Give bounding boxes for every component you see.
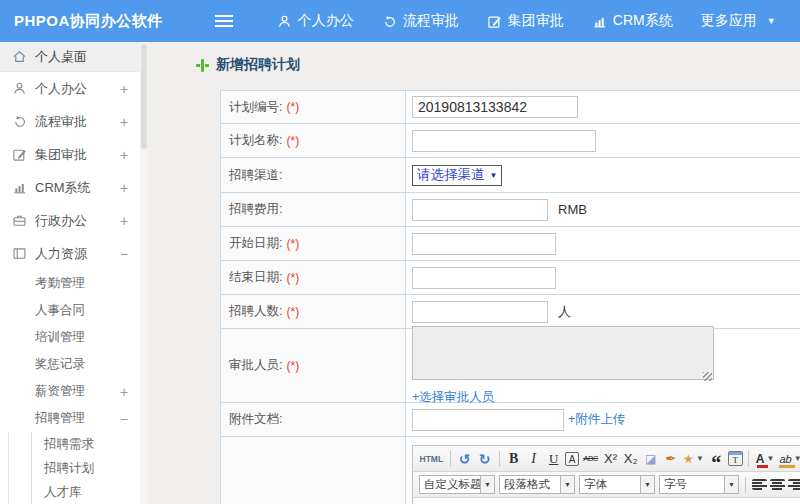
- nav-personal-office[interactable]: 个人办公: [263, 0, 368, 42]
- plan-no-input[interactable]: [412, 96, 578, 118]
- bold-icon[interactable]: B: [505, 449, 522, 469]
- edit-icon: [487, 14, 502, 29]
- field-label: 招聘人数:: [229, 303, 282, 320]
- page-title: 新增招聘计划: [216, 56, 300, 74]
- approvers-textarea[interactable]: [412, 326, 714, 380]
- font-size-select[interactable]: 字号▼: [659, 475, 739, 494]
- nav-more-apps[interactable]: 更多应用 ▼: [687, 0, 790, 42]
- sidebar-item-reward-punishment-records[interactable]: 奖惩记录: [0, 351, 140, 378]
- sidebar: 个人桌面 个人办公 + 流程审批 + 集团审批 + CRM系统 + 行政办公 +: [0, 42, 140, 504]
- sidebar-item-personal-desktop[interactable]: 个人桌面: [0, 42, 140, 72]
- sidebar-item-recruitment-demand[interactable]: 招聘需求: [32, 432, 140, 456]
- field-value-cell: [406, 261, 800, 294]
- fee-unit-label: RMB: [558, 202, 587, 217]
- superscript-icon[interactable]: X²: [602, 449, 619, 469]
- font-family-select[interactable]: 字体▼: [579, 475, 655, 494]
- sidebar-item-attendance-management[interactable]: 考勤管理: [0, 270, 140, 297]
- sidebar-item-talent-pool[interactable]: 人才库: [32, 480, 140, 504]
- custom-title-select[interactable]: 自定义标题▼: [419, 475, 495, 494]
- editor-content-area[interactable]: [413, 498, 800, 504]
- sidebar-item-personnel-contract[interactable]: 人事合同: [0, 297, 140, 324]
- field-value-cell: [406, 91, 800, 123]
- auto-typeset-icon[interactable]: ★▼: [682, 449, 705, 469]
- attachment-upload-link[interactable]: +附件上传: [568, 411, 625, 428]
- field-label: 招聘渠道:: [229, 167, 282, 184]
- start-date-input[interactable]: [412, 233, 556, 255]
- attachment-input[interactable]: [412, 409, 564, 431]
- format-brush-icon[interactable]: ✒: [662, 449, 679, 469]
- sidebar-item-recruitment-management[interactable]: 招聘管理 −: [0, 405, 140, 432]
- undo-icon[interactable]: ↺: [456, 449, 473, 469]
- field-label-cell: 招聘渠道:: [221, 158, 406, 192]
- field-label: 开始日期:: [229, 235, 282, 252]
- align-left-icon[interactable]: [752, 479, 767, 490]
- expand-toggle[interactable]: −: [118, 246, 130, 262]
- field-label-cell: 招聘人数: (*): [221, 295, 406, 328]
- sidebar-item-personal-office[interactable]: 个人办公 +: [0, 72, 140, 105]
- expand-toggle[interactable]: +: [118, 114, 130, 130]
- underline-icon[interactable]: U: [545, 449, 562, 469]
- field-value-cell: [406, 227, 800, 260]
- redo-icon[interactable]: ↻: [476, 449, 493, 469]
- sidebar-item-admin-office[interactable]: 行政办公 +: [0, 204, 140, 237]
- top-navigation-bar: PHPOA协同办公软件 个人办公 流程审批 集团审批 CRM系统 更多应用 ▼: [0, 0, 800, 42]
- briefcase-icon: [12, 213, 27, 228]
- fee-input[interactable]: [412, 199, 548, 221]
- nav-group-approval[interactable]: 集团审批: [473, 0, 578, 42]
- font-color-icon[interactable]: A▼: [755, 449, 776, 469]
- sidebar-item-crm-system[interactable]: CRM系统 +: [0, 171, 140, 204]
- resize-grip-icon[interactable]: [703, 372, 712, 381]
- page-header: 新增招聘计划: [196, 56, 800, 74]
- paste-text-icon[interactable]: T: [728, 451, 743, 466]
- field-label: 计划编号:: [229, 99, 282, 116]
- strikethrough-icon[interactable]: ABC: [582, 449, 599, 469]
- nav-crm-system[interactable]: CRM系统: [578, 0, 687, 42]
- book-icon: [12, 246, 27, 261]
- html-source-icon[interactable]: HTML: [419, 449, 445, 469]
- field-label-cell: 附件文档:: [221, 403, 406, 436]
- highlight-icon[interactable]: ab▼: [778, 449, 800, 469]
- field-value-cell: HTML↺↻BIUAABCX²X₂◪✒★▼“TA▼ab▼☺ 自定义标题▼段落格式…: [406, 437, 800, 504]
- expand-toggle[interactable]: +: [118, 180, 130, 196]
- align-center-icon[interactable]: [770, 479, 785, 490]
- blockquote-icon[interactable]: “: [708, 449, 725, 469]
- expand-toggle[interactable]: +: [118, 213, 130, 229]
- sidebar-item-workflow-approval[interactable]: 流程审批 +: [0, 105, 140, 138]
- main-content: 新增招聘计划 计划编号: (*) 计划名称: (*): [148, 42, 800, 504]
- sidebar-item-label: 人才库: [44, 484, 82, 501]
- sidebar-item-salary-management[interactable]: 薪资管理 +: [0, 378, 140, 405]
- expand-toggle[interactable]: +: [118, 384, 130, 400]
- paragraph-format-select[interactable]: 段落格式▼: [499, 475, 575, 494]
- menu-icon[interactable]: [215, 20, 233, 22]
- expand-toggle[interactable]: +: [118, 147, 130, 163]
- nav-label: 个人办公: [298, 12, 354, 30]
- field-label-cell: 计划编号: (*): [221, 91, 406, 123]
- sidebar-scrollbar[interactable]: [140, 42, 148, 504]
- expand-toggle[interactable]: −: [118, 411, 130, 427]
- sidebar-item-recruitment-plan[interactable]: 招聘计划: [32, 456, 140, 480]
- form-row-start-date: 开始日期: (*): [221, 227, 800, 261]
- nav-workflow-approval[interactable]: 流程审批: [368, 0, 473, 42]
- sidebar-item-label: 行政办公: [35, 212, 118, 230]
- caret-down-icon: ▼: [766, 454, 774, 463]
- sidebar-item-label: 培训管理: [35, 329, 118, 346]
- plan-name-input[interactable]: [412, 130, 596, 152]
- scrollbar-thumb[interactable]: [141, 44, 147, 149]
- eraser-icon[interactable]: ◪: [642, 449, 659, 469]
- end-date-input[interactable]: [412, 267, 556, 289]
- sidebar-item-group-approval[interactable]: 集团审批 +: [0, 138, 140, 171]
- sidebar-item-human-resources[interactable]: 人力资源 −: [0, 237, 140, 270]
- form-row-attachment: 附件文档: +附件上传: [221, 403, 800, 437]
- headcount-input[interactable]: [412, 301, 548, 323]
- expand-toggle[interactable]: +: [118, 81, 130, 97]
- sidebar-item-label: 流程审批: [35, 113, 118, 131]
- form-row-end-date: 结束日期: (*): [221, 261, 800, 295]
- sidebar-item-label: 招聘计划: [44, 460, 94, 477]
- subscript-icon[interactable]: X₂: [622, 449, 639, 469]
- italic-icon[interactable]: I: [525, 449, 542, 469]
- font-border-icon[interactable]: A: [565, 452, 579, 466]
- align-right-icon[interactable]: [788, 479, 800, 490]
- sidebar-item-training-management[interactable]: 培训管理: [0, 324, 140, 351]
- field-label-cell: 招聘费用:: [221, 193, 406, 226]
- channel-select[interactable]: 请选择渠道 ▼: [412, 165, 502, 186]
